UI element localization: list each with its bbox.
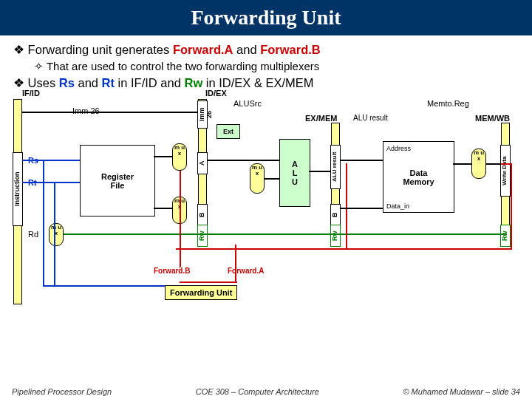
wire-mux-out (486, 163, 501, 165)
wire-fwdA-v (235, 245, 236, 282)
lbl-memwb: MEM/WB (475, 114, 510, 123)
wire-mem-out (453, 163, 471, 165)
wire-fwdB-h (180, 267, 180, 268)
lbl-exmem: EX/MEM (305, 114, 337, 123)
lbl-ifid: IF/ID (22, 89, 40, 98)
lbl-datain: Data_in (386, 202, 409, 210)
wire-rs (22, 160, 80, 161)
bullet-1-sub: That are used to control the two forward… (34, 60, 519, 73)
wire-fwdB (180, 171, 181, 267)
footer-left: Pipelined Processor Design (12, 387, 112, 396)
wire-rt (22, 182, 80, 183)
footer: Pipelined Processor Design COE 308 – Com… (0, 387, 532, 396)
lbl-imm26: Imm 26 (72, 106, 100, 115)
bullet-1: Forwarding unit generates Forward.A and … (13, 43, 519, 57)
wire-exmem-addr (340, 160, 383, 161)
wire-imm (22, 112, 198, 113)
wire-regA-out (154, 156, 172, 157)
footer-right: © Muhamed Mudawar – slide 34 (403, 387, 520, 396)
lbl-idex: ID/EX (205, 89, 227, 98)
lbl-B2: B (330, 204, 341, 226)
wire-feedback-exmem (346, 163, 347, 250)
forwarding-unit: Forwarding Unit (165, 285, 237, 300)
pipeline-diagram: IF/ID ID/EX EX/MEM MEM/WB Instruction Im… (13, 93, 519, 322)
wire-regB-out (154, 208, 172, 209)
lbl-address: Address (386, 145, 411, 152)
lbl-instruction: Instruction (13, 152, 23, 226)
slide-title: Forwarding Unit (0, 0, 532, 35)
lbl-writedata: Write Data (500, 145, 511, 197)
lbl-imm26v: Imm 26 (197, 100, 208, 129)
lbl-A: A (197, 152, 208, 174)
bullet-2: Uses Rs and Rt in IF/ID and Rw in ID/EX … (13, 76, 519, 90)
mux-memtoreg: m u x (471, 149, 486, 179)
wire-feedback-bot (176, 248, 512, 250)
wire-B-to-alu (265, 178, 279, 180)
wire-feedback-memwb (511, 163, 512, 250)
lbl-aluresult-v: ALU result (330, 145, 341, 189)
lbl-rw-memwb: Rw (500, 225, 511, 247)
lbl-fwdB: Forward.B (154, 267, 190, 275)
wire-rs-down (43, 160, 44, 285)
lbl-B: B (197, 204, 208, 226)
lbl-memtoreg: Memto.Reg (427, 99, 469, 108)
wire-A-to-alu (207, 160, 279, 161)
wire-exmem-data (340, 208, 383, 209)
wire-rsrt-to-fu (43, 285, 165, 287)
wire-rt-down (54, 182, 55, 287)
wire-fwdA-h2 (180, 282, 237, 283)
ext-block: Ext (216, 124, 240, 139)
mux-rd: m u x (49, 223, 64, 246)
lbl-rw-exmem: Rw (330, 225, 341, 247)
wire-rw (64, 233, 507, 235)
register-file: Register File (80, 145, 155, 216)
alu-block: A L U (279, 139, 310, 207)
mux-alusrc: m u x (250, 163, 265, 194)
lbl-rw-idex: Rw (197, 225, 208, 247)
lbl-alusrc: ALUSrc (233, 99, 262, 108)
lbl-fwdA: Forward.A (228, 267, 264, 275)
wire-alu-out (309, 171, 331, 172)
mux-a: m u x (172, 143, 187, 171)
footer-center: COE 308 – Computer Architecture (196, 387, 319, 396)
lbl-aluresult2: ALU result (353, 114, 388, 122)
bullet-list: Forwarding unit generates Forward.A and … (0, 35, 532, 90)
lbl-rd: Rd (28, 230, 38, 239)
